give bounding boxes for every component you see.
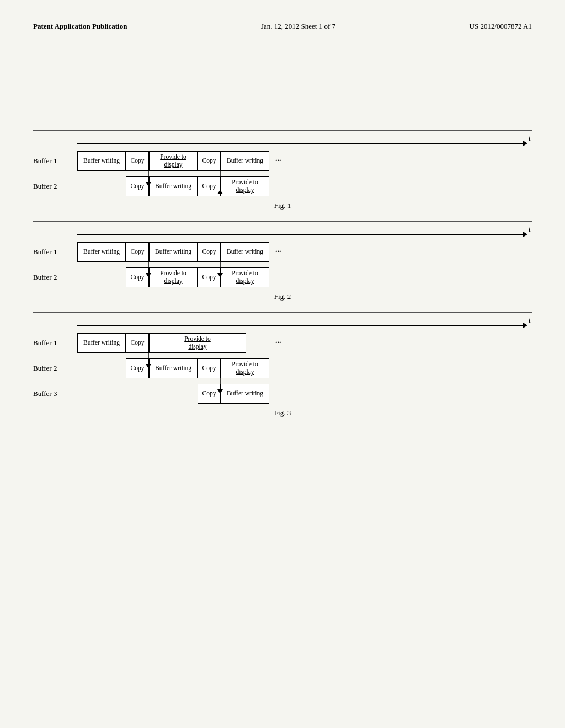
buffer-label: Buffer 1 [33,248,74,256]
block-copy: Copy [126,242,149,262]
header-right: US 2012/0007872 A1 [470,22,532,31]
block-provide: Provide todisplay [221,176,269,196]
timeline-arrow [523,141,527,146]
block-copy: Copy [198,384,221,404]
timeline-fig2: t [33,229,532,239]
block-writing: Buffer writing [149,176,198,196]
buffer-label: Buffer 1 [33,157,74,165]
buffer-row-fig1-1: Buffer 2CopyBuffer writingCopyProvide to… [33,175,532,198]
block-provide: Provide todisplay [149,267,198,287]
block-provide-wide: Provide todisplay [149,333,246,353]
timeline-t-label: t [529,316,531,325]
diagrams-area: t Buffer 1Buffer writingCopyProvide todi… [33,130,532,417]
header-center: Jan. 12, 2012 Sheet 1 of 7 [261,22,335,31]
buffer-label: Buffer 2 [33,364,74,373]
block-writing: Buffer writing [77,333,126,353]
block-provide: Provide todisplay [149,151,198,171]
block-writing: Buffer writing [221,151,269,171]
block-writing: Buffer writing [149,358,198,378]
buffer-row-fig2-1: Buffer 2CopyProvide todisplayCopyProvide… [33,266,532,289]
ellipsis: ··· [275,248,281,256]
block-copy: Copy [198,267,221,287]
block-copy: Copy [126,151,149,171]
buffer-row-fig2-0: Buffer 1Buffer writingCopyBuffer writing… [33,240,532,264]
buffer-row-fig3-2: Buffer 3CopyBuffer writing [33,382,532,405]
buffer-row-fig1-0: Buffer 1Buffer writingCopyProvide todisp… [33,149,532,173]
timeline-arrow [523,232,527,237]
timeline-fig1: t [33,138,532,148]
timeline-line [77,325,526,326]
separator-fig1 [33,130,532,131]
buffer-row-fig3-0: Buffer 1Buffer writingCopyProvide todisp… [33,331,532,355]
timeline-arrow [523,323,527,328]
fig-label-fig1: Fig. 1 [33,201,532,210]
timeline-t-label: t [529,225,531,234]
buffer-row-fig3-1: Buffer 2CopyBuffer writingCopyProvide to… [33,357,532,380]
block-writing: Buffer writing [221,384,269,404]
fig-label-fig3: Fig. 3 [33,409,532,417]
ellipsis: ··· [275,157,281,165]
block-provide: Provide todisplay [221,358,269,378]
block-copy: Copy [126,267,149,287]
block-copy: Copy [198,176,221,196]
block-provide: Provide todisplay [221,267,269,287]
block-writing: Buffer writing [77,242,126,262]
separator-fig3 [33,312,532,313]
block-writing: Buffer writing [221,242,269,262]
figure-fig1: Buffer 1Buffer writingCopyProvide todisp… [33,149,532,198]
block-copy: Copy [126,358,149,378]
header-left: Patent Application Publication [33,22,127,31]
block-copy: Copy [198,358,221,378]
buffer-label: Buffer 2 [33,273,74,282]
page: Patent Application Publication Jan. 12, … [0,0,565,728]
block-copy: Copy [126,176,149,196]
page-header: Patent Application Publication Jan. 12, … [33,22,532,31]
block-copy: Copy [198,242,221,262]
figure-fig3: Buffer 1Buffer writingCopyProvide todisp… [33,331,532,405]
block-copy: Copy [126,333,149,353]
timeline-line [77,234,526,235]
fig-label-fig2: Fig. 2 [33,292,532,301]
block-copy: Copy [198,151,221,171]
buffer-label: Buffer 3 [33,389,74,398]
timeline-t-label: t [529,134,531,143]
block-writing: Buffer writing [149,242,198,262]
buffer-label: Buffer 1 [33,339,74,347]
block-writing: Buffer writing [77,151,126,171]
figure-fig2: Buffer 1Buffer writingCopyBuffer writing… [33,240,532,289]
ellipsis: ··· [275,339,281,347]
timeline-line [77,143,526,144]
separator-fig2 [33,221,532,222]
timeline-fig3: t [33,320,532,330]
buffer-label: Buffer 2 [33,182,74,191]
